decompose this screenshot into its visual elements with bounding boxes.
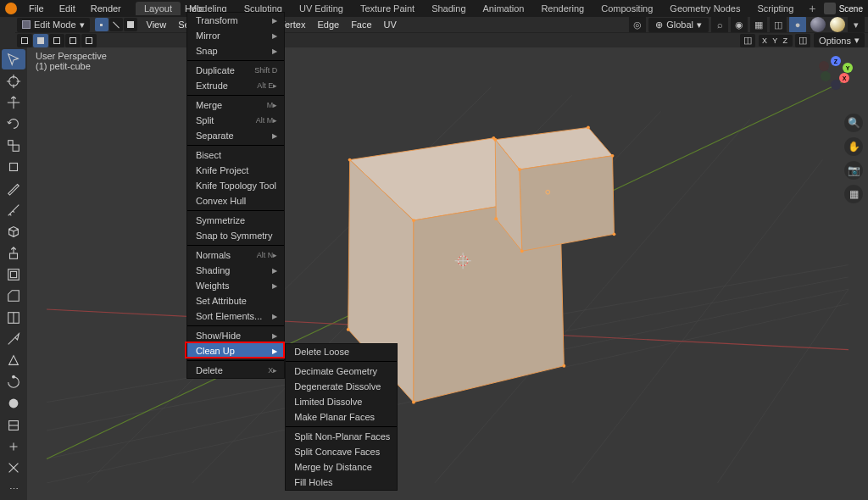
menu-item-merge[interactable]: MergeM▸ xyxy=(187,97,284,113)
sel-mode-btn4[interactable] xyxy=(65,34,81,47)
scene-name[interactable]: Scene xyxy=(839,4,863,14)
more-tools[interactable]: ⋯ xyxy=(2,480,25,500)
submenu-item-degenerate-dissolve[interactable]: Degenerate Dissolve xyxy=(286,379,397,394)
add-workspace-button[interactable]: + xyxy=(802,0,822,17)
shading-dropdown-icon[interactable]: ▾ xyxy=(848,16,865,33)
material-preview-icon[interactable] xyxy=(810,17,826,32)
spin-tool[interactable] xyxy=(2,372,25,392)
menu-item-snap-to-symmetry[interactable]: Snap to Symmetry xyxy=(187,228,284,243)
proportional-icon[interactable]: ◉ xyxy=(731,16,748,33)
poly-build-tool[interactable] xyxy=(2,350,25,370)
submenu-item-make-planar-faces[interactable]: Make Planar Faces xyxy=(286,409,397,425)
tab-scripting[interactable]: Scripting xyxy=(748,2,802,15)
gizmo-y-icon[interactable]: Y xyxy=(843,63,853,73)
menu-item-knife-topology-tool[interactable]: Knife Topology Tool xyxy=(187,178,284,193)
edit-menu[interactable]: Edit xyxy=(53,1,82,16)
sel-mode-btn2[interactable] xyxy=(33,34,48,47)
menu-item-symmetrize[interactable]: Symmetrize xyxy=(187,213,284,228)
menu-item-duplicate[interactable]: DuplicateShift D xyxy=(187,63,284,78)
overlay-icon-2[interactable]: ◫ xyxy=(795,34,810,47)
menu-item-separate[interactable]: Separate▶ xyxy=(187,128,284,143)
rip-tool[interactable] xyxy=(2,458,25,478)
tab-compositing[interactable]: Compositing xyxy=(593,2,661,15)
snap-icon[interactable]: ⌕ xyxy=(711,16,728,33)
menu-item-shading[interactable]: Shading▶ xyxy=(187,263,284,278)
menu-item-knife-project[interactable]: Knife Project xyxy=(187,163,284,178)
annotate-tool[interactable] xyxy=(2,178,25,198)
gizmo-x-icon[interactable]: X xyxy=(839,73,849,83)
gizmo-neg-z-icon[interactable] xyxy=(831,80,841,90)
xray-icon[interactable]: ▦ xyxy=(750,16,767,33)
axis-gizmo[interactable]: Z Y X xyxy=(819,56,853,90)
menu-item-bisect[interactable]: Bisect xyxy=(187,147,284,163)
add-cube-tool[interactable] xyxy=(2,221,25,242)
menu-item-mirror[interactable]: Mirror▶ xyxy=(187,28,284,43)
shrink-fatten-tool[interactable] xyxy=(2,436,25,457)
menu-item-snap[interactable]: Snap▶ xyxy=(187,43,284,58)
pivot-icon[interactable]: ◎ xyxy=(629,16,646,33)
tab-rendering[interactable]: Rendering xyxy=(532,2,593,15)
sel-mode-btn1[interactable] xyxy=(17,34,32,47)
submenu-item-split-concave-faces[interactable]: Split Concave Faces xyxy=(286,444,397,459)
options-dropdown[interactable]: Options ▾ xyxy=(814,33,865,47)
menu-item-transform[interactable]: Transform▶ xyxy=(187,13,284,28)
tab-uv-editing[interactable]: UV Editing xyxy=(291,2,352,15)
submenu-item-delete-loose[interactable]: Delete Loose xyxy=(286,344,397,359)
file-menu[interactable]: File xyxy=(22,1,51,16)
uv-header-menu[interactable]: UV xyxy=(378,19,403,30)
rendered-preview-icon[interactable] xyxy=(830,17,845,32)
cursor-tool[interactable] xyxy=(2,70,25,91)
menu-item-convex-hull[interactable]: Convex Hull xyxy=(187,193,284,208)
transform-tool[interactable] xyxy=(2,157,25,177)
loop-cut-tool[interactable] xyxy=(2,308,25,328)
select-box-tool[interactable] xyxy=(2,49,25,69)
submenu-item-fill-holes[interactable]: Fill Holes xyxy=(286,475,397,490)
overlay-icon-1[interactable]: ◫ xyxy=(740,34,755,47)
transform-orientation-dropdown[interactable]: ⊕ Global ▾ xyxy=(648,18,709,32)
rotate-tool[interactable] xyxy=(2,114,25,134)
inset-tool[interactable] xyxy=(2,264,25,285)
menu-item-extrude[interactable]: ExtrudeAlt E▸ xyxy=(187,78,284,93)
edge-header-menu[interactable]: Edge xyxy=(311,19,345,30)
menu-item-show-hide[interactable]: Show/Hide▶ xyxy=(187,328,284,343)
tab-texture-paint[interactable]: Texture Paint xyxy=(352,2,423,15)
extrude-tool[interactable] xyxy=(2,242,25,263)
menu-item-normals[interactable]: NormalsAlt N▸ xyxy=(187,247,284,263)
perspective-toggle-icon[interactable]: ▦ xyxy=(844,185,863,203)
face-header-menu[interactable]: Face xyxy=(345,19,377,30)
menu-item-delete[interactable]: DeleteX▸ xyxy=(187,363,284,378)
submenu-item-decimate-geometry[interactable]: Decimate Geometry xyxy=(286,364,397,379)
gizmo-neg-y-icon[interactable] xyxy=(821,71,831,81)
gizmo-neg-x-icon[interactable] xyxy=(819,61,829,71)
render-menu[interactable]: Render xyxy=(84,1,128,16)
sel-mode-btn5[interactable] xyxy=(81,34,97,47)
menu-item-weights[interactable]: Weights▶ xyxy=(187,278,284,293)
tab-geometry-nodes[interactable]: Geometry Nodes xyxy=(661,2,748,15)
bevel-tool[interactable] xyxy=(2,286,25,306)
zoom-icon[interactable]: 🔍 xyxy=(844,114,863,132)
menu-item-set-attribute[interactable]: Set Attribute xyxy=(187,293,284,308)
3d-viewport[interactable]: User Perspective (1) petit-cube Z Y X 🔍 … xyxy=(27,47,868,500)
solid-shading-icon[interactable]: ● xyxy=(789,16,806,33)
scale-tool[interactable] xyxy=(2,136,25,156)
smooth-tool[interactable] xyxy=(2,393,25,414)
edge-select-button[interactable] xyxy=(109,18,123,31)
menu-item-split[interactable]: SplitAlt M▸ xyxy=(187,113,284,128)
gizmo-z-icon[interactable]: Z xyxy=(831,56,841,66)
tab-shading[interactable]: Shading xyxy=(423,2,474,15)
camera-view-icon[interactable]: 📷 xyxy=(844,161,863,180)
vertex-select-button[interactable] xyxy=(95,18,108,31)
submenu-item-split-non-planar-faces[interactable]: Split Non-Planar Faces xyxy=(286,429,397,444)
measure-tool[interactable] xyxy=(2,200,25,220)
submenu-item-merge-by-distance[interactable]: Merge by Distance xyxy=(286,459,397,475)
wireframe-icon[interactable]: ◫ xyxy=(770,16,787,33)
mirror-axes-pill[interactable]: X Y Z xyxy=(759,35,793,47)
menu-item-sort-elements-[interactable]: Sort Elements...▶ xyxy=(187,308,284,324)
menu-item-clean-up[interactable]: Clean Up▶ xyxy=(187,343,284,358)
knife-tool[interactable] xyxy=(2,329,25,349)
tab-animation[interactable]: Animation xyxy=(475,2,533,15)
view-header-menu[interactable]: View xyxy=(141,19,173,30)
mode-dropdown[interactable]: Edit Mode ▾ xyxy=(17,18,90,32)
pan-icon[interactable]: ✋ xyxy=(844,137,863,156)
tab-layout[interactable]: Layout xyxy=(136,2,181,15)
